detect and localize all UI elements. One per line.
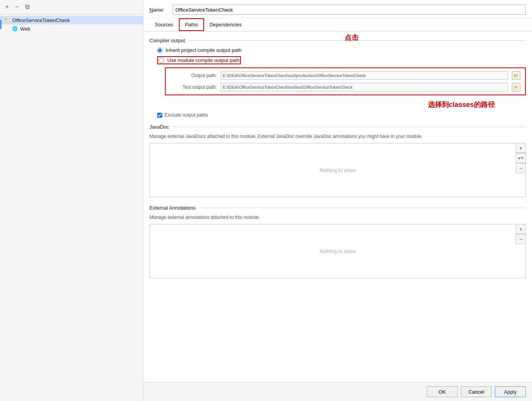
module-icon: 📁: [4, 17, 10, 23]
add-module-button[interactable]: +: [4, 3, 10, 11]
compiler-output-label: Compiler output: [149, 38, 185, 43]
copy-module-button[interactable]: ⧉: [24, 3, 31, 11]
tabs-row: Sources Paths Dependencies 点击: [143, 18, 532, 31]
tab-sources[interactable]: Sources: [149, 19, 179, 30]
output-path-label: Output path:: [170, 73, 217, 78]
ext-annotations-divider-line: [199, 208, 526, 208]
web-icon: 🌐: [12, 26, 18, 32]
tree-item-web[interactable]: 🌐 Web: [0, 24, 143, 33]
paths-box: Output path: 📂 Test output path: 📂: [165, 67, 526, 95]
tab-dependencies[interactable]: Dependencies: [204, 19, 247, 30]
javadoc-buttons: + +↻ −: [516, 143, 526, 173]
classes-annotation: 选择到classes的路径: [428, 100, 495, 109]
apply-button[interactable]: Apply: [495, 386, 526, 397]
inherit-radio-item[interactable]: Inherit project compile output path: [157, 47, 526, 53]
cancel-button[interactable]: Cancel: [461, 386, 492, 397]
name-row: Name:: [143, 0, 532, 18]
external-annotations-section: External Annotations Manage external ann…: [149, 205, 526, 278]
tree-item-officeservicetokencheck[interactable]: 📁 OfficeServiceTokenCheck: [0, 16, 143, 24]
ext-annotations-list: Nothing to show + −: [149, 224, 526, 278]
ext-annotations-empty-label: Nothing to show: [319, 248, 355, 254]
exclude-label: Exclude output paths: [165, 112, 208, 118]
test-output-path-browse-button[interactable]: 📂: [512, 83, 520, 91]
test-output-path-input[interactable]: [221, 83, 508, 91]
test-output-path-row: Test output path: 📂: [170, 83, 520, 91]
module-radio[interactable]: [159, 58, 164, 63]
module-label: OfficeServiceTokenCheck: [12, 17, 70, 23]
bottom-bar: OK Cancel Apply: [143, 382, 532, 401]
exclude-checkbox[interactable]: [157, 113, 162, 118]
ext-annotations-buttons: + −: [516, 224, 526, 244]
ext-annotations-description: Manage external annotations attached to …: [149, 214, 526, 221]
content-area: Compiler output Inherit project compile …: [143, 31, 532, 382]
javadoc-empty-label: Nothing to show: [319, 167, 355, 173]
module-radio-item[interactable]: Use module compile output path: [159, 57, 239, 63]
javadoc-add-button[interactable]: +: [516, 143, 526, 153]
name-label: Name:: [149, 7, 169, 13]
module-tree: 📁 OfficeServiceTokenCheck 🌐 Web: [0, 14, 143, 401]
web-label: Web: [20, 26, 31, 32]
javadoc-remove-button[interactable]: −: [516, 163, 526, 173]
ext-annotations-divider: External Annotations: [149, 205, 526, 211]
module-label: Use module compile output path: [167, 57, 239, 63]
module-radio-box: Use module compile output path: [157, 56, 241, 64]
ok-button[interactable]: OK: [427, 386, 458, 397]
javadoc-divider: JavaDoc: [149, 124, 526, 130]
javadoc-list: Nothing to show + +↻ −: [149, 143, 526, 197]
module-name-input[interactable]: [173, 5, 526, 15]
sidebar-toolbar: + − ⧉: [0, 0, 143, 14]
sidebar: + − ⧉ 📁 OfficeServiceTokenCheck 🌐 Web: [0, 0, 143, 401]
javadoc-edit-button[interactable]: +↻: [516, 153, 526, 163]
javadoc-divider-line: [172, 127, 526, 127]
output-path-input[interactable]: [221, 71, 508, 80]
ext-annotations-remove-button[interactable]: −: [516, 234, 526, 244]
inherit-radio[interactable]: [157, 48, 163, 53]
main-panel: Name: Sources Paths Dependencies 点击 Comp…: [143, 0, 532, 401]
tab-paths[interactable]: Paths: [179, 18, 204, 31]
inherit-label: Inherit project compile output path: [166, 47, 242, 53]
javadoc-section-label: JavaDoc: [149, 124, 169, 130]
exclude-row: Exclude output paths: [157, 112, 526, 118]
output-path-browse-button[interactable]: 📂: [512, 71, 520, 80]
compiler-output-header: Compiler output: [149, 38, 526, 43]
javadoc-section: JavaDoc Manage external JavaDocs attache…: [149, 124, 526, 197]
output-path-row: Output path: 📂: [170, 71, 520, 80]
selection-indicator: [0, 20, 2, 29]
ext-annotations-label: External Annotations: [149, 205, 196, 211]
test-output-path-label: Test output path:: [170, 84, 217, 90]
click-annotation: 点击: [345, 33, 359, 42]
remove-module-button[interactable]: −: [14, 3, 20, 11]
javadoc-description: Manage external JavaDocs attached to thi…: [149, 133, 526, 140]
ext-annotations-add-button[interactable]: +: [516, 224, 526, 234]
radio-group: Inherit project compile output path 勾选 U…: [149, 47, 526, 98]
